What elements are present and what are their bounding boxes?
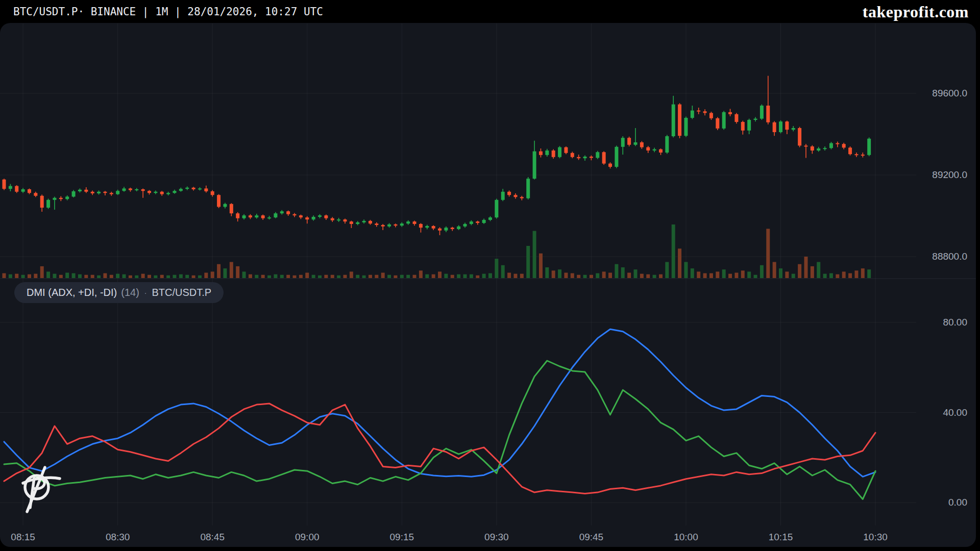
indicator-symbol: BTC/USDT.P	[152, 287, 211, 298]
indicator-pill[interactable]: DMI (ADX, +DI, -DI) (14) · BTC/USDT.P	[14, 282, 224, 303]
time-axis-label: 08:45	[200, 532, 225, 543]
time-axis-label: 09:00	[295, 532, 320, 543]
dmi-line-ADX	[4, 329, 875, 477]
dmi-axis-label: 80.00	[924, 317, 967, 328]
time-axis-label: 09:15	[390, 532, 414, 543]
time-axis-label: 10:15	[769, 532, 793, 543]
indicator-name: DMI (ADX, +DI, -DI)	[27, 287, 117, 298]
price-axis-label: 88800.0	[924, 251, 967, 262]
time-axis-label: 08:30	[106, 532, 130, 543]
time-axis-label: 08:15	[11, 532, 35, 543]
time-axis-label: 10:30	[863, 532, 888, 543]
time-axis-label: 10:00	[674, 532, 698, 543]
price-axis-label: 89600.0	[924, 88, 967, 99]
dmi-line--DI	[4, 404, 875, 494]
time-axis-label: 09:30	[484, 532, 509, 543]
separator-dot-icon: ·	[144, 289, 147, 297]
watermark-logo-icon	[23, 467, 60, 512]
candles	[3, 76, 871, 235]
volume-bars	[3, 224, 871, 278]
trading-app: { "header": { "title": "BTC/USDT.P· BINA…	[0, 0, 980, 551]
dmi-axis-label: 40.00	[924, 407, 967, 418]
price-axis-label: 89200.0	[924, 169, 967, 181]
dmi-axis-label: 0.00	[924, 497, 967, 508]
indicator-params: (14)	[121, 287, 139, 298]
chart-canvas[interactable]	[0, 0, 980, 551]
time-axis-label: 09:45	[579, 532, 604, 543]
